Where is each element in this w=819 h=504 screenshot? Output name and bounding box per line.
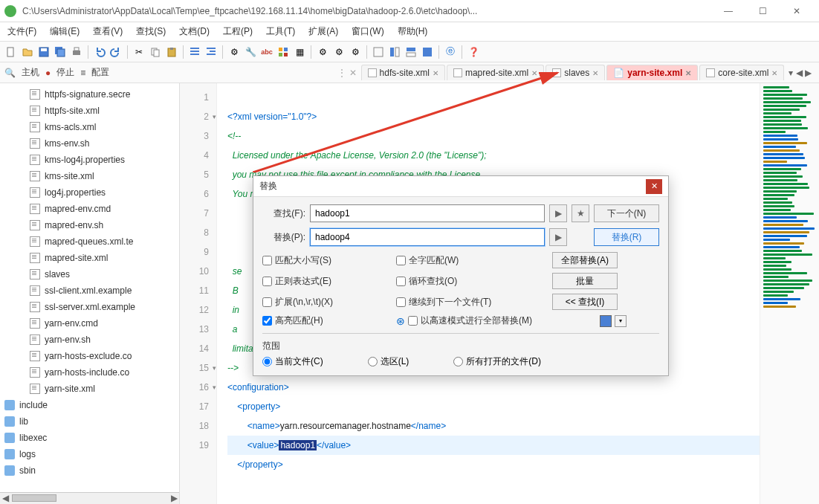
tree-file-item[interactable]: kms-env.sh xyxy=(0,135,179,152)
grid-icon[interactable] xyxy=(276,45,290,59)
scope-current[interactable]: 当前文件(C) xyxy=(262,355,323,368)
menu-file[interactable]: 文件(F) xyxy=(4,24,39,39)
replace-next-mini-button[interactable]: ▶ xyxy=(549,228,567,246)
layout3-icon[interactable] xyxy=(404,45,418,59)
opt-highlight[interactable]: 高亮匹配(H) xyxy=(262,314,396,327)
next-button[interactable]: 下一个(N) xyxy=(594,204,659,222)
tree-file-item[interactable]: mapred-queues.xml.te xyxy=(0,233,179,250)
menu-help[interactable]: 帮助(H) xyxy=(395,24,431,39)
tree-file-item[interactable]: yarn-hosts-exclude.co xyxy=(0,348,179,364)
opt-regex[interactable]: 正则表达式(E) xyxy=(262,275,396,288)
tree-file-item[interactable]: kms-site.xml xyxy=(0,168,179,184)
replace-input[interactable] xyxy=(310,228,545,246)
host-label[interactable]: 主机 xyxy=(22,66,39,79)
menu-doc[interactable]: 文档(D) xyxy=(176,24,213,39)
tree-file-item[interactable]: ssl-server.xml.example xyxy=(0,299,179,315)
menu-edit[interactable]: 编辑(E) xyxy=(47,24,82,39)
tab-close-icon[interactable]: ✕ xyxy=(685,69,691,77)
save-all-icon[interactable] xyxy=(54,45,67,59)
outdent-icon[interactable] xyxy=(204,45,218,59)
sidebar-scrollbar[interactable]: ◀ ▶ xyxy=(0,492,179,504)
tree-file-item[interactable]: ssl-client.xml.example xyxy=(0,282,179,299)
replace-all-button[interactable]: 全部替换(A) xyxy=(552,252,618,268)
menu-view[interactable]: 查看(V) xyxy=(90,24,126,39)
opt-wrap[interactable]: 循环查找(O) xyxy=(396,275,552,288)
open-icon[interactable] xyxy=(21,45,34,59)
scope-selection[interactable]: 选区(L) xyxy=(368,355,410,368)
paste-icon[interactable] xyxy=(165,45,178,59)
batch-button[interactable]: 批量 xyxy=(552,273,618,289)
opt-whole[interactable]: 全字匹配(W) xyxy=(396,254,552,267)
tab-close-icon[interactable]: ✕ xyxy=(592,69,598,77)
tree-file-item[interactable]: log4j.properties xyxy=(0,184,179,201)
find-next-mini-button[interactable]: ▶ xyxy=(549,204,567,222)
tree-folder-item[interactable]: lib xyxy=(0,413,179,430)
minimize-button[interactable]: — xyxy=(718,6,739,16)
menu-ext[interactable]: 扩展(A) xyxy=(305,24,341,39)
tree-folder-item[interactable]: include xyxy=(0,397,179,413)
tree-file-item[interactable]: slaves xyxy=(0,266,179,282)
opt-case[interactable]: 匹配大小写(S) xyxy=(262,254,396,267)
tree-file-item[interactable]: yarn-env.cmd xyxy=(0,315,179,332)
close-button[interactable]: ✕ xyxy=(786,6,807,16)
tree-file-item[interactable]: httpfs-signature.secre xyxy=(0,86,179,103)
tree-file-item[interactable]: kms-log4j.properties xyxy=(0,152,179,168)
tab-nav-icon[interactable]: ▾ ◀ ▶ xyxy=(786,68,815,78)
menu-find[interactable]: 查找(S) xyxy=(133,24,169,39)
tree-file-item[interactable]: yarn-hosts-include.co xyxy=(0,364,179,381)
menu-tools[interactable]: 工具(T) xyxy=(263,24,298,39)
redo-icon[interactable] xyxy=(109,45,123,59)
new-file-icon[interactable] xyxy=(4,45,18,59)
print-icon[interactable] xyxy=(70,45,83,59)
minimap[interactable] xyxy=(760,83,819,504)
tree-folder-item[interactable]: logs xyxy=(0,446,179,462)
opt-fast[interactable]: ⊛ 以高速模式进行全部替换(M) xyxy=(396,314,552,327)
tree-folder-item[interactable]: sbin xyxy=(0,462,179,479)
tree-file-item[interactable]: yarn-site.xml xyxy=(0,381,179,397)
undo-icon[interactable] xyxy=(93,45,106,59)
tool2-icon[interactable]: 🔧 xyxy=(244,45,257,59)
scrollbar-thumb[interactable] xyxy=(12,494,56,502)
stop-label[interactable]: 停止 xyxy=(56,66,74,79)
browser-icon[interactable]: ⓔ xyxy=(444,45,457,59)
scope-all-open[interactable]: 所有打开的文件(D) xyxy=(453,355,541,368)
cut-icon[interactable]: ✂ xyxy=(132,45,146,59)
layout1-icon[interactable] xyxy=(372,45,385,59)
tab-close-icon[interactable]: ✕ xyxy=(771,69,777,77)
config-label[interactable]: 配置 xyxy=(91,66,109,79)
tab-yarn-site[interactable]: 📄yarn-site.xml✕ xyxy=(606,65,698,80)
find-input[interactable] xyxy=(310,204,545,222)
tab-slaves[interactable]: slaves✕ xyxy=(546,65,605,80)
help-icon[interactable]: ❓ xyxy=(467,45,480,59)
tree-folder-item[interactable]: libexec xyxy=(0,430,179,446)
indent-icon[interactable] xyxy=(188,45,201,59)
save-icon[interactable] xyxy=(37,45,51,59)
gear-icon[interactable]: ⚙ xyxy=(316,45,329,59)
tree-file-item[interactable]: httpfs-site.xml xyxy=(0,103,179,119)
highlight-color-dropdown[interactable]: ▾ xyxy=(615,315,627,327)
layout2-icon[interactable] xyxy=(388,45,401,59)
dialog-titlebar[interactable]: 替换 ✕ xyxy=(253,176,668,197)
highlight-color-swatch[interactable] xyxy=(600,315,612,327)
opt-ext[interactable]: 扩展(\n,\r,\t)(X) xyxy=(262,296,396,308)
tool-icon[interactable]: ⚙ xyxy=(227,45,241,59)
abc-icon[interactable]: abc xyxy=(260,45,273,59)
tab-mapred-site[interactable]: mapred-site.xml✕ xyxy=(447,65,544,80)
gear3-icon[interactable]: ⚙ xyxy=(349,45,362,59)
find-mode-button[interactable]: << 查找(I) xyxy=(552,294,618,310)
opt-continue[interactable]: 继续到下一个文件(T) xyxy=(396,296,552,308)
dialog-close-button[interactable]: ✕ xyxy=(646,179,662,194)
tree-file-item[interactable]: mapred-env.sh xyxy=(0,217,179,233)
tree-file-item[interactable]: mapred-env.cmd xyxy=(0,201,179,217)
tab-core-site[interactable]: core-site.xml✕ xyxy=(699,65,784,80)
replace-button[interactable]: 替换(R) xyxy=(594,228,659,246)
gear2-icon[interactable]: ⚙ xyxy=(332,45,346,59)
menu-project[interactable]: 工程(P) xyxy=(220,24,256,39)
bookmark-button[interactable]: ★ xyxy=(572,204,589,222)
tree-file-item[interactable]: yarn-env.sh xyxy=(0,332,179,348)
extra-icon[interactable]: ▦ xyxy=(293,45,306,59)
tab-overflow-icon[interactable]: ⋮ ✕ xyxy=(334,68,359,78)
tree-file-item[interactable]: kms-acls.xml xyxy=(0,119,179,135)
maximize-button[interactable]: ☐ xyxy=(752,6,773,16)
tab-close-icon[interactable]: ✕ xyxy=(433,69,438,77)
